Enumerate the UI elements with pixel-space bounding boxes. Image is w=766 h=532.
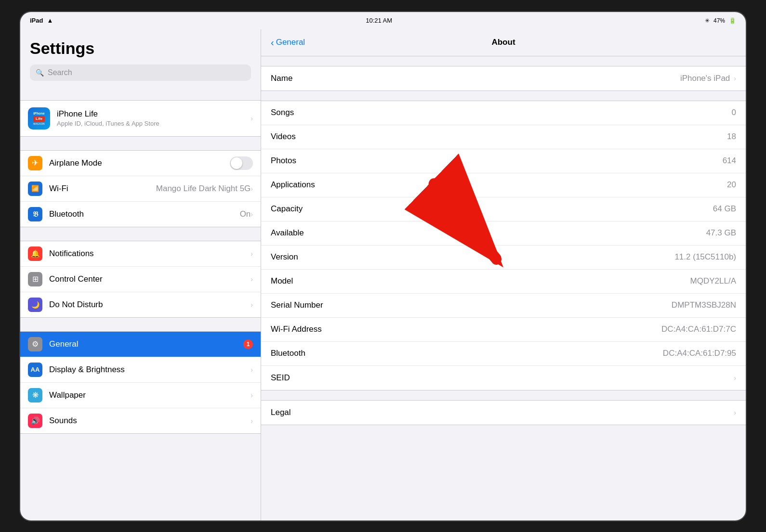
detail-row-legal[interactable]: Legal ›: [261, 401, 746, 425]
wifi-address-label: Wi-Fi Address: [271, 324, 322, 334]
detail-row-songs: Songs 0: [261, 101, 746, 125]
wifi-label: Wi-Fi: [49, 184, 156, 194]
detail-row-name[interactable]: Name iPhone's iPad ›: [261, 66, 746, 91]
serial-value: DMPTM3SBJ28N: [672, 300, 736, 310]
sidebar-item-do-not-disturb[interactable]: 🌙 Do Not Disturb ›: [20, 292, 261, 317]
sidebar-item-bluetooth[interactable]: 𝔅 Bluetooth On ›: [20, 202, 261, 227]
videos-value: 18: [727, 132, 736, 142]
version-value: 11.2 (15C5110b): [674, 252, 736, 262]
battery-percent: 47%: [713, 17, 725, 24]
back-button[interactable]: ‹ General: [271, 38, 305, 47]
sidebar: Settings 🔍 Search iPhone Life MAGAZIN: [20, 29, 261, 520]
account-info: iPhone Life Apple ID, iCloud, iTunes & A…: [57, 109, 251, 127]
airplane-icon: ✈: [28, 156, 42, 170]
settings-title: Settings: [30, 39, 251, 58]
sounds-icon: 🔊: [28, 414, 42, 428]
detail-content: Name iPhone's iPad › Songs 0: [261, 56, 746, 444]
photos-label: Photos: [271, 156, 296, 166]
ipad-label: iPad: [30, 17, 43, 24]
sidebar-item-general[interactable]: ⚙ General 1: [20, 332, 261, 357]
airplane-toggle[interactable]: [230, 156, 253, 170]
serial-label: Serial Number: [271, 300, 323, 310]
sounds-chevron: ›: [251, 417, 253, 425]
bluetooth-address-label: Bluetooth: [271, 349, 305, 358]
system-group: 🔔 Notifications › ⊞ Control Center › 🌙 D…: [20, 241, 261, 318]
display-label: Display & Brightness: [49, 365, 251, 375]
bluetooth-value: On: [240, 209, 251, 219]
detail-row-wifi-address: Wi-Fi Address DC:A4:CA:61:D7:7C: [261, 318, 746, 342]
version-label: Version: [271, 252, 298, 262]
main-area: Settings 🔍 Search iPhone Life MAGAZIN: [20, 29, 746, 520]
status-left: iPad ▲: [30, 17, 53, 24]
clock: 10:21 AM: [366, 17, 392, 24]
status-right: ✳ 47% 🔋: [705, 17, 736, 24]
dnd-chevron: ›: [251, 301, 253, 309]
wifi-status-icon: ▲: [47, 17, 53, 24]
photos-value: 614: [723, 156, 736, 166]
detail-row-videos: Videos 18: [261, 125, 746, 149]
wallpaper-label: Wallpaper: [49, 390, 251, 400]
seid-chevron: ›: [734, 374, 736, 382]
bluetooth-icon: 𝔅: [28, 207, 42, 221]
seid-value: ›: [734, 374, 736, 382]
search-bar[interactable]: 🔍 Search: [30, 65, 251, 81]
do-not-disturb-label: Do Not Disturb: [49, 300, 251, 310]
control-chevron: ›: [251, 275, 253, 283]
legal-value: ›: [734, 409, 736, 416]
account-row[interactable]: iPhone Life MAGAZIN iPhone Life Apple ID…: [20, 100, 261, 137]
detail-row-capacity: Capacity 64 GB: [261, 197, 746, 221]
wallpaper-icon: ❋: [28, 388, 42, 402]
display-chevron: ›: [251, 366, 253, 374]
sidebar-item-wifi[interactable]: 📶 Wi-Fi Mango Life Dark Night 5G ›: [20, 176, 261, 202]
available-value: 47.3 GB: [706, 228, 736, 238]
name-label: Name: [271, 74, 292, 83]
display-icon: AA: [28, 363, 42, 377]
back-label: General: [276, 38, 305, 47]
search-icon: 🔍: [36, 69, 44, 77]
detail-row-seid[interactable]: SEID ›: [261, 366, 746, 390]
notifications-label: Notifications: [49, 249, 251, 259]
sounds-label: Sounds: [49, 416, 251, 426]
detail-row-available: Available 47.3 GB: [261, 221, 746, 246]
sidebar-item-wallpaper[interactable]: ❋ Wallpaper ›: [20, 383, 261, 408]
detail-group-legal: Legal ›: [261, 400, 746, 425]
sidebar-item-sounds[interactable]: 🔊 Sounds ›: [20, 408, 261, 433]
detail-row-photos: Photos 614: [261, 149, 746, 173]
notifications-icon: 🔔: [28, 247, 42, 261]
sidebar-spacer-1: [20, 87, 261, 100]
bluetooth-label: Bluetooth: [49, 209, 240, 219]
detail-row-bluetooth-address: Bluetooth DC:A4:CA:61:D7:95: [261, 342, 746, 366]
battery-icon: 🔋: [729, 17, 736, 24]
general-icon: ⚙: [28, 337, 42, 351]
preferences-group: ⚙ General 1 AA Display & Brightness › ❋ …: [20, 331, 261, 434]
bluetooth-chevron: ›: [251, 210, 253, 218]
capacity-value: 64 GB: [713, 204, 736, 214]
detail-row-applications: Applications 20: [261, 173, 746, 197]
songs-label: Songs: [271, 108, 294, 117]
name-chevron: ›: [734, 75, 736, 82]
sidebar-item-airplane[interactable]: ✈ Airplane Mode: [20, 151, 261, 176]
applications-label: Applications: [271, 180, 315, 190]
account-logo: iPhone Life MAGAZIN: [28, 107, 50, 130]
detail-row-model: Model MQDY2LL/A: [261, 270, 746, 294]
detail-panel: ‹ General About Name iPhone's iPad ›: [261, 29, 746, 520]
do-not-disturb-icon: 🌙: [28, 298, 42, 312]
detail-title: About: [491, 38, 515, 47]
sidebar-item-control-center[interactable]: ⊞ Control Center ›: [20, 267, 261, 292]
videos-label: Videos: [271, 132, 296, 142]
sidebar-spacer-4: [20, 318, 261, 331]
sidebar-item-notifications[interactable]: 🔔 Notifications ›: [20, 241, 261, 267]
device-frame: iPad ▲ 10:21 AM ✳ 47% 🔋 Settings 🔍 Searc…: [19, 11, 747, 521]
detail-row-serial: Serial Number DMPTM3SBJ28N: [261, 294, 746, 318]
sidebar-spacer-2: [20, 137, 261, 150]
control-center-label: Control Center: [49, 274, 251, 284]
general-badge: 1: [243, 339, 253, 349]
legal-chevron: ›: [734, 409, 736, 416]
notifications-chevron: ›: [251, 250, 253, 258]
model-value: MQDY2LL/A: [690, 276, 736, 286]
detail-group-name: Name iPhone's iPad ›: [261, 66, 746, 91]
control-center-icon: ⊞: [28, 272, 42, 286]
name-value: iPhone's iPad ›: [680, 74, 736, 83]
sidebar-item-display[interactable]: AA Display & Brightness ›: [20, 357, 261, 383]
capacity-label: Capacity: [271, 204, 303, 214]
